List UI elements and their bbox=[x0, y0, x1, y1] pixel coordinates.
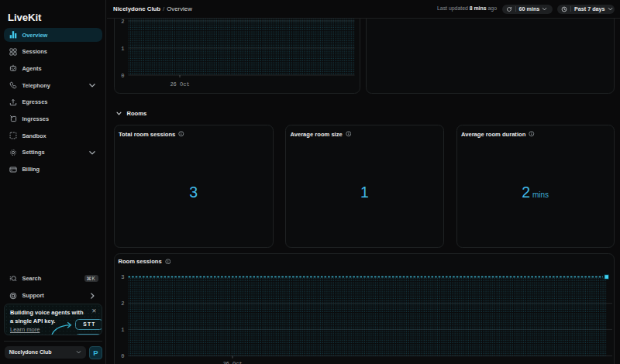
svg-text:3: 3 bbox=[121, 274, 124, 280]
svg-text:1: 1 bbox=[121, 327, 124, 333]
svg-text:0: 0 bbox=[121, 353, 124, 359]
svg-text:1: 1 bbox=[121, 46, 124, 52]
svg-text:26 Oct: 26 Oct bbox=[170, 81, 189, 88]
svg-text:2: 2 bbox=[121, 19, 124, 25]
svg-text:2: 2 bbox=[121, 300, 124, 307]
svg-text:26 Oct: 26 Oct bbox=[222, 361, 242, 364]
svg-text:0: 0 bbox=[121, 73, 124, 79]
